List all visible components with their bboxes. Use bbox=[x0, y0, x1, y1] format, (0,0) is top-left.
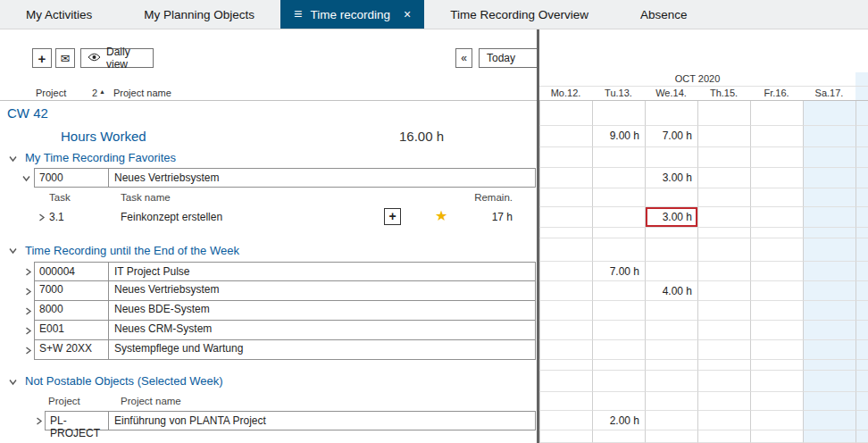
tab-absence[interactable]: Absence bbox=[614, 0, 714, 29]
day-cell[interactable] bbox=[592, 360, 645, 371]
day-cell[interactable] bbox=[592, 101, 645, 126]
day-cell[interactable] bbox=[750, 147, 803, 168]
day-cell[interactable] bbox=[750, 301, 803, 321]
chevron-right-icon[interactable] bbox=[24, 307, 33, 316]
day-cell[interactable]: 2.00 h bbox=[592, 411, 645, 430]
chevron-right-icon[interactable] bbox=[24, 327, 33, 336]
daily-view-button[interactable]: Daily view bbox=[80, 48, 154, 68]
day-cell[interactable] bbox=[750, 371, 803, 392]
tab-time-recording-overview[interactable]: Time Recording Overview bbox=[424, 0, 614, 29]
project-id-cell[interactable]: PL-PROJECT bbox=[45, 411, 109, 430]
day-cell[interactable] bbox=[697, 371, 750, 392]
day-cell[interactable] bbox=[750, 238, 803, 262]
day-cell[interactable] bbox=[539, 392, 592, 411]
chevron-down-icon[interactable] bbox=[9, 378, 18, 387]
day-cell[interactable] bbox=[750, 430, 803, 443]
day-cell[interactable] bbox=[803, 207, 855, 228]
day-cell[interactable] bbox=[539, 430, 592, 443]
project-name-cell[interactable]: Neues BDE-System bbox=[108, 301, 536, 321]
day-cell[interactable] bbox=[645, 340, 697, 360]
day-cell[interactable] bbox=[539, 147, 592, 168]
day-cell[interactable] bbox=[539, 360, 592, 371]
project-name-cell[interactable]: Neues Vertriebsystem bbox=[108, 168, 536, 188]
hamburger-menu-icon[interactable]: ≡ bbox=[294, 7, 302, 21]
add-button[interactable]: + bbox=[32, 48, 52, 68]
day-cell[interactable] bbox=[697, 207, 750, 228]
day-cell[interactable] bbox=[592, 392, 645, 411]
chevron-right-icon[interactable] bbox=[24, 268, 33, 277]
project-id-cell[interactable]: 8000 bbox=[34, 301, 109, 321]
day-cell[interactable] bbox=[697, 411, 750, 430]
today-button[interactable]: Today bbox=[479, 48, 538, 68]
day-cell[interactable]: 7.00 h bbox=[592, 262, 645, 281]
day-cell[interactable] bbox=[803, 228, 855, 238]
day-cell[interactable] bbox=[803, 168, 855, 188]
day-cell[interactable] bbox=[697, 188, 750, 207]
day-cell[interactable] bbox=[645, 360, 697, 371]
close-tab-icon[interactable]: × bbox=[404, 8, 411, 21]
day-cell[interactable] bbox=[803, 126, 855, 147]
day-cell[interactable] bbox=[803, 340, 855, 360]
day-cell[interactable] bbox=[592, 321, 645, 340]
chevron-right-icon[interactable] bbox=[24, 347, 33, 355]
day-cell[interactable] bbox=[697, 126, 750, 147]
day-cell[interactable] bbox=[697, 262, 750, 281]
day-cell[interactable] bbox=[697, 168, 750, 188]
day-cell[interactable] bbox=[697, 101, 750, 126]
day-cell[interactable] bbox=[803, 360, 855, 371]
day-cell[interactable] bbox=[803, 147, 855, 168]
day-cell[interactable] bbox=[803, 321, 855, 340]
chevron-down-icon[interactable] bbox=[9, 155, 18, 163]
day-cell[interactable] bbox=[697, 281, 750, 301]
day-cell[interactable] bbox=[750, 340, 803, 360]
day-cell[interactable] bbox=[750, 262, 803, 281]
day-cell[interactable] bbox=[539, 411, 592, 430]
day-cell[interactable] bbox=[592, 281, 645, 301]
day-cell[interactable] bbox=[645, 262, 697, 281]
day-cell[interactable] bbox=[803, 392, 855, 411]
day-cell[interactable] bbox=[539, 281, 592, 301]
day-cell[interactable] bbox=[645, 321, 697, 340]
project-name-cell[interactable]: Neues CRM-System bbox=[108, 321, 536, 340]
day-cell[interactable]: 4.00 h bbox=[645, 281, 697, 301]
day-cell[interactable] bbox=[645, 101, 697, 126]
day-cell[interactable] bbox=[592, 430, 645, 443]
project-id-cell[interactable]: 7000 bbox=[34, 281, 109, 301]
day-cell[interactable] bbox=[539, 371, 592, 392]
chevron-right-icon[interactable] bbox=[24, 288, 33, 297]
day-cell[interactable] bbox=[750, 360, 803, 371]
project-name-cell[interactable]: Einführung von PLANTA Project bbox=[108, 411, 536, 430]
day-cell[interactable] bbox=[645, 411, 697, 430]
day-cell[interactable] bbox=[592, 301, 645, 321]
day-cell[interactable] bbox=[803, 301, 855, 321]
day-cell[interactable] bbox=[645, 392, 697, 411]
project-id-cell[interactable]: 000004 bbox=[34, 262, 109, 281]
tab-time-recording[interactable]: ≡ Time recording × bbox=[280, 0, 424, 29]
day-cell[interactable] bbox=[697, 321, 750, 340]
project-name-cell[interactable]: Neues Vertriebsystem bbox=[108, 281, 536, 301]
day-cell[interactable] bbox=[750, 168, 803, 188]
day-cell[interactable] bbox=[539, 321, 592, 340]
day-cell[interactable] bbox=[539, 168, 592, 188]
day-cell[interactable]: 3.00 h bbox=[645, 168, 697, 188]
day-cell[interactable] bbox=[645, 188, 697, 207]
day-cell[interactable] bbox=[539, 301, 592, 321]
day-cell[interactable] bbox=[539, 207, 592, 228]
add-booking-button[interactable]: + bbox=[384, 208, 401, 225]
day-cell[interactable] bbox=[697, 340, 750, 360]
day-cell[interactable] bbox=[645, 371, 697, 392]
day-cell[interactable] bbox=[803, 411, 855, 430]
day-cell[interactable] bbox=[539, 238, 592, 262]
day-cell[interactable] bbox=[750, 281, 803, 301]
project-id-cell[interactable]: S+W 20XX bbox=[34, 340, 109, 360]
day-cell[interactable] bbox=[697, 360, 750, 371]
day-cell[interactable] bbox=[750, 188, 803, 207]
day-cell[interactable] bbox=[697, 430, 750, 443]
day-cell[interactable] bbox=[750, 126, 803, 147]
project-name-cell[interactable]: Systempflege und Wartung bbox=[108, 340, 536, 360]
previous-period-button[interactable]: « bbox=[455, 48, 472, 68]
day-cell[interactable] bbox=[697, 301, 750, 321]
day-cell[interactable] bbox=[697, 238, 750, 262]
day-cell[interactable] bbox=[750, 392, 803, 411]
day-cell[interactable] bbox=[592, 340, 645, 360]
